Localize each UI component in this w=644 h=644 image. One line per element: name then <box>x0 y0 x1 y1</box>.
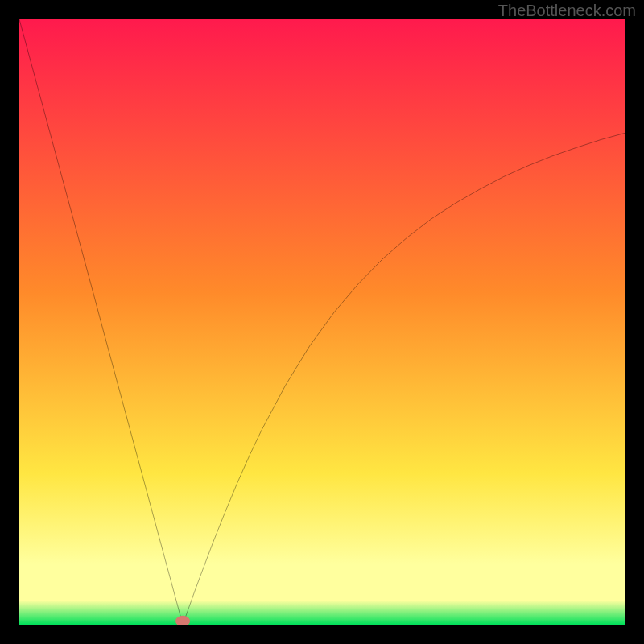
gradient-background <box>19 19 625 625</box>
watermark-text: TheBottleneck.com <box>498 2 636 20</box>
chart-frame: TheBottleneck.com <box>0 0 644 644</box>
bottleneck-chart <box>19 19 625 625</box>
